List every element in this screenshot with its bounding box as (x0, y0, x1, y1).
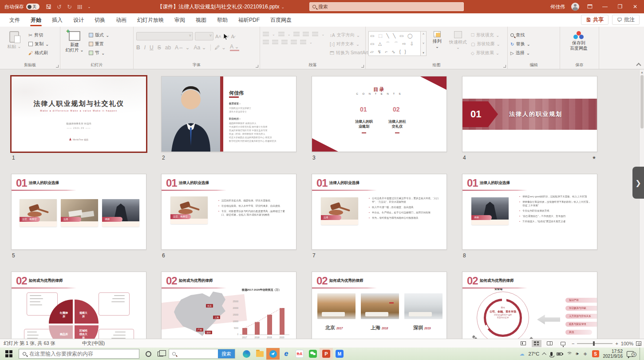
font-color-button[interactable]: A ⌄ (230, 44, 239, 51)
task-view-button[interactable] (158, 352, 163, 356)
slide-sorter-view-button[interactable] (532, 340, 541, 347)
slide-thumbnail-12[interactable]: 02如何成为优秀的律师 资金端 围绕 公司、金融、资本市场 把资金端和资产端的 … (462, 272, 597, 339)
tab-view[interactable]: 视图 (191, 14, 211, 27)
section-button[interactable]: 节 ⌄ (89, 50, 109, 56)
zoom-percentage[interactable]: 100% (621, 341, 633, 346)
tab-home[interactable]: 开始 (26, 14, 46, 27)
replace-button[interactable]: ↻替换 ⌄ (510, 41, 530, 47)
italic-button[interactable]: I (144, 44, 146, 51)
align-left-icon[interactable] (263, 40, 269, 45)
slide-thumbnail-2[interactable]: 何佳伟 教育背景： 中国政法大学法学硕士 清华大学法学学士 职业经历： 植德律师… (161, 76, 296, 152)
tab-help[interactable]: 帮助 (212, 14, 233, 27)
fit-to-window-icon[interactable] (636, 341, 641, 346)
user-name[interactable]: 何佳伟 (550, 4, 565, 10)
bold-button[interactable]: B (136, 44, 140, 51)
slide-thumbnail-5[interactable]: 01法律人的职业选择 法官、检察官 法务 律师 (11, 174, 146, 250)
title-dropdown-icon[interactable]: ⌄ (281, 5, 285, 9)
format-painter-button[interactable]: 🖌格式刷 (28, 50, 49, 56)
slide-thumbnail-11[interactable]: 02如何成为优秀的律师 北京2017 上海2018 深圳2019 (312, 272, 447, 339)
paragraph-dialog-launcher[interactable] (361, 65, 364, 68)
slide-thumbnail-6[interactable]: 01法律人的职业选择 法官、检察官 法官的职业起点高、稳定性强、职业天花板低 社… (161, 174, 296, 250)
comments-button[interactable]: 🗩批注 (612, 15, 640, 25)
shapes-gallery-grid[interactable]: ▭ ⬚ ╲ ╲ ▭ ◯▭ △ ⌒ ⌒ ⇨ ⇩▱ ↯ ⌐ ∿ { } (368, 31, 421, 56)
line-spacing-icon[interactable] (312, 32, 318, 37)
bullets-icon[interactable] (263, 32, 269, 37)
vertical-scrollbar[interactable]: ▲ (639, 70, 644, 339)
justify-icon[interactable] (291, 40, 297, 45)
show-desktop-button[interactable] (640, 348, 641, 360)
find-button[interactable]: 查找 (510, 32, 530, 38)
wifi-icon[interactable] (566, 352, 572, 356)
clear-formatting-icon[interactable]: A̷ (231, 34, 234, 39)
strikethrough-button[interactable]: S (158, 44, 161, 51)
browser-search-bar[interactable]: 搜索 (169, 349, 235, 359)
shape-fill-button[interactable]: 🞎形状填充 ⌄ (471, 32, 500, 38)
notification-center-icon[interactable]: 9 (627, 351, 634, 357)
taskbar-search-input[interactable] (29, 351, 135, 357)
slide-thumbnail-7[interactable]: 01法律人的职业选择 法务 公司法务并不需要过分注重法学专业，更多是看大环境、“… (312, 174, 447, 250)
save-to-baidu-button[interactable]: 保存到百度网盘 (563, 29, 595, 61)
scroll-up-icon[interactable]: ▲ (640, 71, 644, 74)
tab-review[interactable]: 审阅 (170, 14, 190, 27)
new-slide-button[interactable]: 新建幻灯片 ⌄ (63, 29, 86, 61)
browser-search-button[interactable]: 搜索 (218, 349, 235, 358)
scrollbar-thumb[interactable] (640, 75, 644, 128)
slide-thumbnail-4[interactable]: 01 法律人的职业规划 (462, 76, 597, 152)
copy-button[interactable]: 复制 ⌄ (28, 41, 49, 47)
battery-icon[interactable] (557, 352, 562, 356)
tab-foxit-pdf[interactable]: 福昕PDF (233, 14, 265, 27)
reset-button[interactable]: 重置 (89, 41, 109, 47)
numbering-icon[interactable] (278, 32, 284, 37)
customize-qat-icon[interactable]: ⌄ (87, 5, 91, 9)
clipboard-dialog-launcher[interactable] (56, 65, 59, 68)
zoom-out-button[interactable]: − (572, 341, 574, 346)
minimize-button[interactable]: — (601, 4, 609, 10)
search-input[interactable] (318, 4, 461, 9)
font-dialog-launcher[interactable] (256, 65, 258, 68)
taskbar-app-hotspot[interactable]: 热点 (293, 348, 306, 360)
slide-thumbnail-1[interactable]: 法律人职业规划与社交礼仪 Make a difference Make a va… (11, 76, 146, 152)
taskbar-app-m[interactable]: M (333, 348, 346, 360)
increase-indent-icon[interactable] (303, 32, 309, 37)
align-right-icon[interactable] (281, 40, 288, 45)
layout-button[interactable]: 版式 ⌄ (89, 32, 109, 38)
underline-button[interactable]: U (150, 44, 154, 51)
undo-icon[interactable]: ↺ (57, 4, 62, 10)
ime-icon[interactable]: ◈ (583, 351, 588, 356)
shape-outline-button[interactable]: ▢形状轮廓 ⌄ (471, 41, 500, 47)
shapes-gallery-scroll[interactable]: ˄˅▾ (421, 31, 427, 56)
language-status[interactable]: 中文(中国) (82, 340, 105, 347)
temperature[interactable]: 27°C (529, 351, 540, 356)
arrange-button[interactable]: 排列⌄ (429, 29, 445, 61)
autosave-toggle[interactable]: 自动保存 关 (4, 4, 40, 10)
close-button[interactable]: ✕ (631, 4, 640, 10)
slideshow-view-button[interactable] (558, 340, 568, 347)
shape-effects-button[interactable]: ◇形状效果 ⌄ (471, 50, 500, 56)
slide-thumbnail-8[interactable]: 01法律人的职业选择 律师 律师是very good的职业，过程取决于天花板、收… (462, 174, 597, 250)
clock[interactable]: 17:522021/9/16 (603, 349, 623, 359)
taskbar-search-box[interactable] (19, 349, 139, 359)
hidden-icons-chevron[interactable] (542, 352, 546, 356)
taskbar-app-powerpoint[interactable]: P (320, 348, 333, 360)
highlight-color-button[interactable]: 🖉 ⌄ (215, 44, 226, 51)
cortana-button[interactable] (146, 351, 151, 357)
slideshow-icon[interactable]: 𝍖 (77, 4, 83, 10)
quick-styles-button[interactable]: 快速样式⌄ (448, 29, 468, 61)
text-shadow-button[interactable]: ab (165, 44, 171, 51)
start-button[interactable] (5, 350, 12, 357)
taskbar-app-wechat[interactable] (306, 348, 320, 360)
drawing-dialog-launcher[interactable] (503, 65, 506, 68)
taskbar-app-telegram[interactable] (266, 348, 280, 360)
columns-icon[interactable] (300, 40, 306, 45)
tab-transitions[interactable]: 切换 (90, 14, 110, 27)
font-name-select[interactable] (136, 32, 193, 40)
grow-font-icon[interactable]: A˄ (215, 34, 221, 39)
slide-thumbnail-3[interactable]: 目录 C O N T E N T S 01 02 法律人的职 业规划 法律人的社… (312, 76, 447, 152)
weather-icon[interactable]: ☁ (520, 351, 525, 357)
microphone-icon[interactable] (550, 352, 553, 356)
next-flyout-button[interactable]: ❯ (632, 167, 644, 199)
ribbon-search-box[interactable] (309, 2, 464, 11)
taskbar-app-ie[interactable]: e (280, 348, 293, 360)
sogou-icon[interactable]: S (592, 350, 599, 357)
tab-insert[interactable]: 插入 (47, 14, 67, 27)
